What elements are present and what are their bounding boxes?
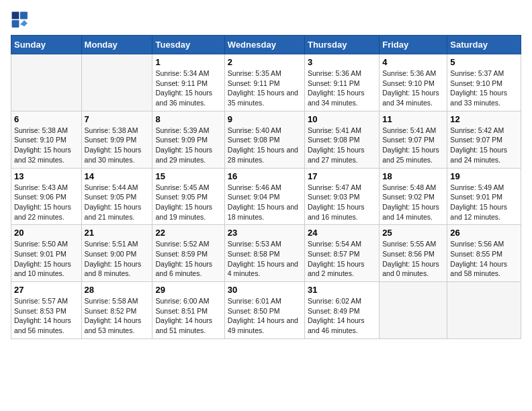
calendar-cell: 4 Sunrise: 5:36 AMSunset: 9:10 PMDayligh… (380, 54, 447, 111)
day-number: 10 (308, 114, 376, 124)
day-info: Sunrise: 5:34 AMSunset: 9:11 PMDaylight:… (155, 68, 221, 108)
day-info: Sunrise: 5:52 AMSunset: 8:59 PMDaylight:… (155, 239, 221, 279)
day-number: 16 (228, 171, 302, 181)
calendar-cell: 30 Sunrise: 6:01 AMSunset: 8:50 PMDaylig… (224, 282, 304, 339)
header-row: SundayMondayTuesdayWednesdayThursdayFrid… (11, 36, 521, 54)
calendar-cell (81, 54, 152, 111)
svg-rect-0 (12, 12, 19, 19)
header-day: Monday (81, 36, 152, 54)
day-info: Sunrise: 5:38 AMSunset: 9:09 PMDaylight:… (85, 126, 150, 165)
calendar-cell (447, 282, 521, 339)
day-number: 19 (450, 171, 518, 181)
calendar-cell: 18 Sunrise: 5:48 AMSunset: 9:02 PMDaylig… (380, 168, 447, 225)
day-number: 27 (14, 285, 79, 295)
calendar-cell: 9 Sunrise: 5:40 AMSunset: 9:08 PMDayligh… (224, 111, 304, 168)
calendar-cell: 16 Sunrise: 5:46 AMSunset: 9:04 PMDaylig… (224, 168, 304, 225)
day-info: Sunrise: 5:51 AMSunset: 9:00 PMDaylight:… (85, 239, 150, 279)
day-info: Sunrise: 5:36 AMSunset: 9:10 PMDaylight:… (382, 68, 444, 108)
day-info: Sunrise: 5:47 AMSunset: 9:03 PMDaylight:… (308, 183, 376, 222)
calendar-cell: 25 Sunrise: 5:55 AMSunset: 8:56 PMDaylig… (380, 225, 447, 282)
svg-rect-2 (12, 20, 19, 28)
day-number: 26 (450, 228, 518, 238)
day-info: Sunrise: 5:45 AMSunset: 9:05 PMDaylight:… (155, 183, 221, 222)
logo (11, 11, 32, 30)
day-number: 17 (308, 171, 376, 181)
svg-rect-1 (20, 12, 28, 19)
calendar-table: SundayMondayTuesdayWednesdayThursdayFrid… (11, 35, 521, 339)
day-info: Sunrise: 5:57 AMSunset: 8:53 PMDaylight:… (14, 296, 79, 336)
page-header (11, 11, 521, 30)
day-number: 23 (228, 228, 302, 238)
day-number: 1 (155, 57, 221, 67)
calendar-cell: 5 Sunrise: 5:37 AMSunset: 9:10 PMDayligh… (447, 54, 521, 111)
day-number: 5 (450, 57, 518, 67)
day-info: Sunrise: 5:50 AMSunset: 9:01 PMDaylight:… (14, 239, 79, 279)
day-number: 30 (228, 285, 302, 295)
calendar-cell: 14 Sunrise: 5:44 AMSunset: 9:05 PMDaylig… (81, 168, 152, 225)
day-info: Sunrise: 5:44 AMSunset: 9:05 PMDaylight:… (85, 183, 150, 222)
day-number: 12 (450, 114, 518, 124)
day-number: 31 (308, 285, 376, 295)
calendar-cell: 3 Sunrise: 5:36 AMSunset: 9:11 PMDayligh… (304, 54, 379, 111)
day-number: 13 (14, 171, 79, 181)
calendar-row: 20 Sunrise: 5:50 AMSunset: 9:01 PMDaylig… (11, 225, 521, 282)
calendar-cell: 22 Sunrise: 5:52 AMSunset: 8:59 PMDaylig… (152, 225, 224, 282)
day-info: Sunrise: 5:39 AMSunset: 9:09 PMDaylight:… (155, 126, 221, 165)
header-day: Sunday (11, 36, 82, 54)
calendar-cell: 28 Sunrise: 5:58 AMSunset: 8:52 PMDaylig… (81, 282, 152, 339)
day-number: 21 (85, 228, 150, 238)
calendar-cell: 31 Sunrise: 6:02 AMSunset: 8:49 PMDaylig… (304, 282, 379, 339)
day-number: 9 (228, 114, 302, 124)
day-info: Sunrise: 5:42 AMSunset: 9:07 PMDaylight:… (450, 126, 518, 165)
day-number: 18 (382, 171, 444, 181)
day-number: 8 (155, 114, 221, 124)
day-number: 11 (382, 114, 444, 124)
day-info: Sunrise: 5:35 AMSunset: 9:11 PMDaylight:… (228, 68, 302, 108)
day-info: Sunrise: 5:49 AMSunset: 9:01 PMDaylight:… (450, 183, 518, 222)
day-number: 14 (85, 171, 150, 181)
calendar-cell: 26 Sunrise: 5:56 AMSunset: 8:55 PMDaylig… (447, 225, 521, 282)
calendar-cell: 12 Sunrise: 5:42 AMSunset: 9:07 PMDaylig… (447, 111, 521, 168)
calendar-cell: 15 Sunrise: 5:45 AMSunset: 9:05 PMDaylig… (152, 168, 224, 225)
calendar-row: 6 Sunrise: 5:38 AMSunset: 9:10 PMDayligh… (11, 111, 521, 168)
day-number: 24 (308, 228, 376, 238)
calendar-cell: 7 Sunrise: 5:38 AMSunset: 9:09 PMDayligh… (81, 111, 152, 168)
calendar-row: 1 Sunrise: 5:34 AMSunset: 9:11 PMDayligh… (11, 54, 521, 111)
calendar-cell: 24 Sunrise: 5:54 AMSunset: 8:57 PMDaylig… (304, 225, 379, 282)
calendar-cell: 11 Sunrise: 5:41 AMSunset: 9:07 PMDaylig… (380, 111, 447, 168)
day-info: Sunrise: 6:00 AMSunset: 8:51 PMDaylight:… (155, 296, 221, 336)
day-number: 15 (155, 171, 221, 181)
day-info: Sunrise: 5:46 AMSunset: 9:04 PMDaylight:… (228, 183, 302, 222)
calendar-row: 13 Sunrise: 5:43 AMSunset: 9:06 PMDaylig… (11, 168, 521, 225)
calendar-cell: 20 Sunrise: 5:50 AMSunset: 9:01 PMDaylig… (11, 225, 82, 282)
calendar-row: 27 Sunrise: 5:57 AMSunset: 8:53 PMDaylig… (11, 282, 521, 339)
day-info: Sunrise: 5:54 AMSunset: 8:57 PMDaylight:… (308, 239, 376, 279)
calendar-cell: 6 Sunrise: 5:38 AMSunset: 9:10 PMDayligh… (11, 111, 82, 168)
header-day: Saturday (447, 36, 521, 54)
calendar-cell: 13 Sunrise: 5:43 AMSunset: 9:06 PMDaylig… (11, 168, 82, 225)
day-number: 6 (14, 114, 79, 124)
day-info: Sunrise: 5:56 AMSunset: 8:55 PMDaylight:… (450, 239, 518, 279)
day-info: Sunrise: 5:36 AMSunset: 9:11 PMDaylight:… (308, 68, 376, 108)
day-number: 20 (14, 228, 79, 238)
day-info: Sunrise: 5:41 AMSunset: 9:07 PMDaylight:… (382, 126, 444, 165)
day-info: Sunrise: 5:43 AMSunset: 9:06 PMDaylight:… (14, 183, 79, 222)
day-info: Sunrise: 5:58 AMSunset: 8:52 PMDaylight:… (85, 296, 150, 336)
day-info: Sunrise: 5:48 AMSunset: 9:02 PMDaylight:… (382, 183, 444, 222)
header-day: Tuesday (152, 36, 224, 54)
calendar-cell: 27 Sunrise: 5:57 AMSunset: 8:53 PMDaylig… (11, 282, 82, 339)
header-day: Thursday (304, 36, 379, 54)
calendar-cell: 23 Sunrise: 5:53 AMSunset: 8:58 PMDaylig… (224, 225, 304, 282)
calendar-cell: 8 Sunrise: 5:39 AMSunset: 9:09 PMDayligh… (152, 111, 224, 168)
day-number: 4 (382, 57, 444, 67)
day-number: 22 (155, 228, 221, 238)
day-info: Sunrise: 5:55 AMSunset: 8:56 PMDaylight:… (382, 239, 444, 279)
day-number: 2 (228, 57, 302, 67)
day-info: Sunrise: 5:38 AMSunset: 9:10 PMDaylight:… (14, 126, 79, 165)
day-info: Sunrise: 6:02 AMSunset: 8:49 PMDaylight:… (308, 296, 376, 336)
day-info: Sunrise: 6:01 AMSunset: 8:50 PMDaylight:… (228, 296, 302, 336)
header-day: Friday (380, 36, 447, 54)
day-number: 3 (308, 57, 376, 67)
day-info: Sunrise: 5:53 AMSunset: 8:58 PMDaylight:… (228, 239, 302, 279)
calendar-cell: 1 Sunrise: 5:34 AMSunset: 9:11 PMDayligh… (152, 54, 224, 111)
